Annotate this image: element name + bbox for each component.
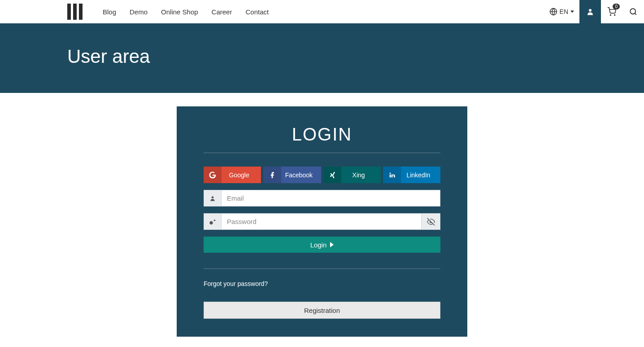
svg-line-9 — [635, 13, 636, 14]
login-heading: LOGIN — [204, 124, 440, 153]
main-nav: Blog Demo Online Shop Career Contact — [96, 0, 275, 23]
user-input-icon — [204, 190, 222, 206]
logo-icon — [67, 4, 83, 20]
xing-login-button[interactable]: Xing — [323, 167, 381, 183]
search-button[interactable] — [622, 0, 644, 23]
registration-button-label: Registration — [304, 307, 340, 314]
svg-point-5 — [589, 9, 592, 12]
language-label: EN — [560, 8, 568, 15]
facebook-login-button[interactable]: Facebook — [263, 167, 321, 183]
xing-label: Xing — [341, 171, 381, 179]
page-title: User area — [67, 46, 150, 67]
user-icon — [586, 8, 594, 16]
facebook-icon — [263, 167, 281, 183]
hero-section: User area — [0, 23, 644, 93]
nav-online-shop[interactable]: Online Shop — [154, 0, 205, 23]
language-selector[interactable]: EN — [544, 0, 579, 23]
social-login-row: Google Facebook Xing — [204, 167, 440, 183]
linkedin-icon — [383, 167, 401, 183]
linkedin-login-button[interactable]: LinkedIn — [383, 167, 440, 183]
nav-blog[interactable]: Blog — [96, 0, 123, 23]
facebook-label: Facebook — [281, 171, 321, 179]
svg-rect-2 — [79, 4, 83, 20]
header: Blog Demo Online Shop Career Contact EN — [0, 0, 644, 23]
nav-demo[interactable]: Demo — [123, 0, 154, 23]
linkedin-label: LinkedIn — [401, 171, 440, 179]
svg-rect-0 — [67, 4, 71, 20]
google-login-button[interactable]: Google — [204, 167, 261, 183]
cart-count-badge: 0 — [613, 4, 620, 9]
forgot-password-link[interactable]: Forgot your password? — [204, 280, 440, 287]
toggle-password-visibility[interactable] — [422, 213, 440, 230]
svg-point-10 — [212, 196, 214, 198]
chevron-right-icon — [330, 242, 334, 247]
svg-point-7 — [614, 15, 615, 16]
login-card: LOGIN Google Facebook — [177, 106, 467, 337]
svg-point-8 — [630, 9, 635, 14]
key-input-icon — [204, 213, 222, 230]
header-left: Blog Demo Online Shop Career Contact — [0, 0, 275, 23]
eye-slash-icon — [427, 218, 435, 226]
svg-rect-1 — [73, 4, 77, 20]
divider — [204, 268, 440, 269]
nav-career[interactable]: Career — [205, 0, 239, 23]
nav-contact[interactable]: Contact — [239, 0, 275, 23]
svg-point-6 — [610, 15, 611, 16]
google-label: Google — [222, 171, 261, 179]
caret-down-icon — [570, 10, 574, 13]
xing-icon — [323, 167, 341, 183]
password-input-group — [204, 213, 440, 230]
search-icon — [629, 8, 637, 16]
password-field[interactable] — [222, 213, 422, 230]
logo[interactable] — [0, 0, 96, 23]
header-right: EN 0 — [544, 0, 644, 23]
login-submit-button[interactable]: Login — [204, 237, 440, 253]
user-account-button[interactable] — [579, 0, 601, 23]
login-button-label: Login — [310, 241, 327, 249]
email-field[interactable] — [222, 190, 440, 206]
content-area: LOGIN Google Facebook — [0, 93, 644, 347]
cart-button[interactable]: 0 — [601, 0, 622, 23]
email-input-group — [204, 190, 440, 206]
registration-button[interactable]: Registration — [204, 302, 440, 319]
globe-icon — [549, 8, 557, 16]
google-icon — [204, 167, 222, 183]
